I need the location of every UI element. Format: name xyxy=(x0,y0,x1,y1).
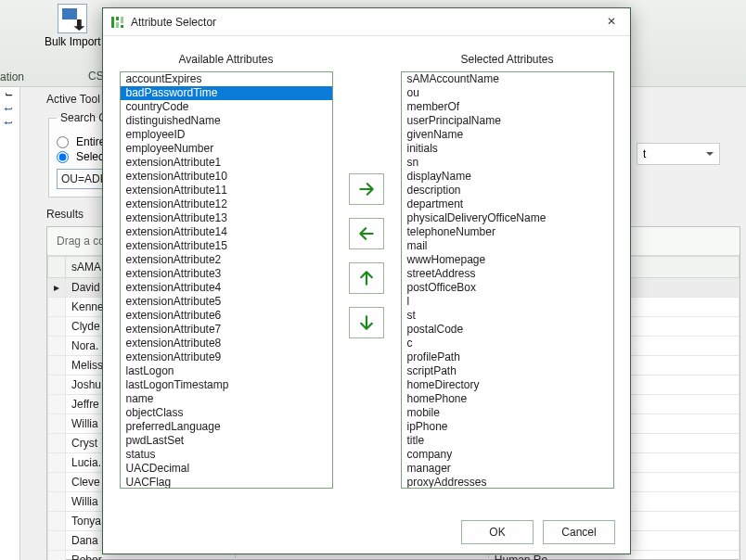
list-item[interactable]: postOfficeBox xyxy=(402,281,613,295)
list-item[interactable]: accountExpires xyxy=(121,72,332,86)
svg-rect-2 xyxy=(116,22,119,28)
list-item[interactable]: extensionAttribute2 xyxy=(121,253,332,267)
list-item[interactable]: lastLogon xyxy=(121,364,332,378)
list-item[interactable]: scriptPath xyxy=(402,364,613,378)
svg-rect-4 xyxy=(121,25,123,28)
list-item[interactable]: ipPhone xyxy=(402,420,613,434)
list-item[interactable]: status xyxy=(121,448,332,462)
active-tool-label: Active Tool xyxy=(46,93,100,106)
list-item[interactable]: extensionAttribute4 xyxy=(121,281,332,295)
list-item[interactable]: extensionAttribute12 xyxy=(121,197,332,211)
list-item[interactable]: displayName xyxy=(402,170,613,184)
list-item[interactable]: postalCode xyxy=(402,323,613,337)
list-item[interactable]: objectClass xyxy=(121,406,332,420)
list-item[interactable]: extensionAttribute14 xyxy=(121,225,332,239)
svg-rect-0 xyxy=(111,17,114,28)
list-item[interactable]: description xyxy=(402,184,613,197)
attribute-selector-icon xyxy=(110,15,125,30)
transfer-buttons xyxy=(334,53,399,503)
dialog-footer: OK Cancel xyxy=(103,511,630,554)
move-left-button[interactable] xyxy=(349,218,384,249)
list-item[interactable]: telephoneNumber xyxy=(402,225,613,239)
arrow-left-icon xyxy=(357,224,376,243)
results-label: Results xyxy=(46,208,84,221)
list-item[interactable]: memberOf xyxy=(402,100,613,114)
arrow-up-icon xyxy=(357,269,376,287)
list-item[interactable]: homePhone xyxy=(402,392,613,406)
list-item[interactable]: pwdLastSet xyxy=(121,434,332,448)
list-item[interactable]: extensionAttribute3 xyxy=(121,267,332,281)
left-v3: t xyxy=(0,116,17,130)
left-v2: t xyxy=(0,102,17,116)
radio-entire[interactable] xyxy=(57,136,69,148)
svg-rect-1 xyxy=(116,17,119,20)
list-item[interactable]: employeeNumber xyxy=(121,142,332,156)
list-item[interactable]: distinguishedName xyxy=(121,114,332,128)
list-item[interactable]: preferredLanguage xyxy=(121,420,332,434)
move-right-button[interactable] xyxy=(349,173,384,205)
selected-listbox[interactable]: sAMAccountNameoumemberOfuserPrincipalNam… xyxy=(401,71,614,489)
list-item[interactable]: UACFlag xyxy=(121,476,332,489)
bulk-import-label: Bulk Import xyxy=(45,35,101,48)
list-item[interactable]: sn xyxy=(402,156,613,170)
list-item[interactable]: extensionAttribute9 xyxy=(121,350,332,364)
csv-import-icon xyxy=(58,4,87,33)
list-item[interactable]: wwwHomepage xyxy=(402,253,613,267)
list-item[interactable]: UACDecimal xyxy=(121,462,332,476)
radio-select[interactable] xyxy=(57,151,69,163)
list-item[interactable]: employeeID xyxy=(121,128,332,142)
list-item[interactable]: physicalDeliveryOfficeName xyxy=(402,211,613,225)
cancel-button[interactable]: Cancel xyxy=(543,520,615,544)
list-item[interactable]: proxyAddresses xyxy=(402,476,613,489)
selected-column: Selected Attributes sAMAccountNameoumemb… xyxy=(399,53,615,503)
dialog-titlebar[interactable]: Attribute Selector ✕ xyxy=(103,8,630,36)
list-item[interactable]: sAMAccountName xyxy=(402,72,613,86)
list-item[interactable]: extensionAttribute1 xyxy=(121,156,332,170)
list-item[interactable]: givenName xyxy=(402,128,613,142)
list-item[interactable]: initials xyxy=(402,142,613,156)
arrow-down-icon xyxy=(357,313,376,332)
move-up-button[interactable] xyxy=(349,262,384,294)
list-item[interactable]: mobile xyxy=(402,406,613,420)
list-item[interactable]: l xyxy=(402,295,613,309)
list-item[interactable]: company xyxy=(402,448,613,462)
list-item[interactable]: lastLogonTimestamp xyxy=(121,378,332,392)
list-item[interactable]: extensionAttribute11 xyxy=(121,184,332,197)
attribute-selector-dialog: Attribute Selector ✕ Available Attribute… xyxy=(102,7,631,554)
list-item[interactable]: extensionAttribute5 xyxy=(121,295,332,309)
move-down-button[interactable] xyxy=(349,307,384,338)
list-item[interactable]: badPasswordTime xyxy=(121,86,332,100)
list-item[interactable]: c xyxy=(402,337,613,350)
sort-dropdown[interactable]: t xyxy=(637,143,720,165)
left-v1: r xyxy=(0,87,17,102)
close-icon[interactable]: ✕ xyxy=(600,11,623,33)
list-item[interactable]: extensionAttribute7 xyxy=(121,323,332,337)
dialog-title: Attribute Selector xyxy=(131,16,600,29)
bulk-import-button[interactable]: Bulk Import xyxy=(45,4,101,48)
list-item[interactable]: streetAddress xyxy=(402,267,613,281)
ok-button[interactable]: OK xyxy=(461,520,534,544)
list-item[interactable]: profilePath xyxy=(402,350,613,364)
list-item[interactable]: department xyxy=(402,197,613,211)
list-item[interactable]: extensionAttribute10 xyxy=(121,170,332,184)
list-item[interactable]: manager xyxy=(402,462,613,476)
list-item[interactable]: ou xyxy=(402,86,613,100)
selected-title: Selected Attributes xyxy=(460,53,553,66)
list-item[interactable]: extensionAttribute6 xyxy=(121,309,332,323)
list-item[interactable]: mail xyxy=(402,239,613,253)
svg-rect-3 xyxy=(121,17,123,23)
list-item[interactable]: extensionAttribute15 xyxy=(121,239,332,253)
arrow-right-icon xyxy=(357,180,376,198)
list-item[interactable]: countryCode xyxy=(121,100,332,114)
list-item[interactable]: extensionAttribute13 xyxy=(121,211,332,225)
list-item[interactable]: name xyxy=(121,392,332,406)
available-title: Available Attributes xyxy=(179,53,274,66)
list-item[interactable]: extensionAttribute8 xyxy=(121,337,332,350)
ribbon-left-word: ation xyxy=(0,70,24,83)
list-item[interactable]: title xyxy=(402,434,613,448)
dialog-body: Available Attributes accountExpiresbadPa… xyxy=(103,36,630,511)
list-item[interactable]: st xyxy=(402,309,613,323)
available-listbox[interactable]: accountExpiresbadPasswordTimecountryCode… xyxy=(120,71,333,489)
list-item[interactable]: userPrincipalName xyxy=(402,114,613,128)
list-item[interactable]: homeDirectory xyxy=(402,378,613,392)
